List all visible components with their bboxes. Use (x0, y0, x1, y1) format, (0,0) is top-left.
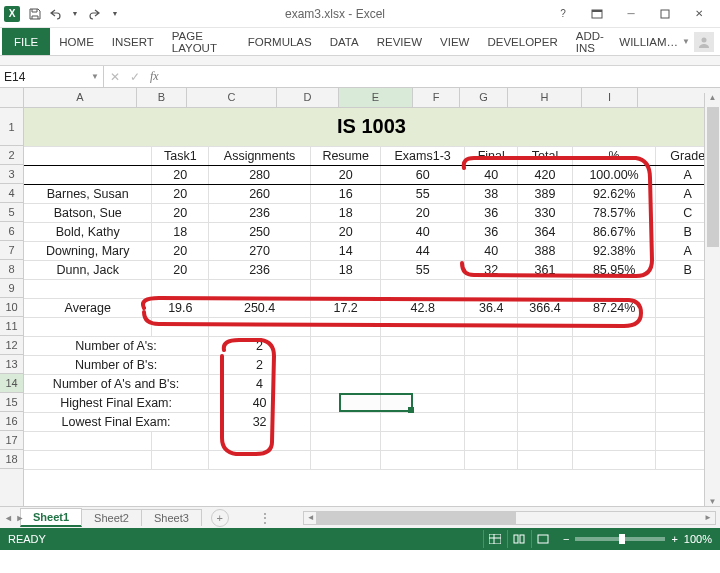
row-header[interactable]: 18 (0, 450, 23, 469)
normal-view-icon[interactable] (483, 530, 507, 548)
col-header-g[interactable]: G (460, 88, 508, 107)
qat-customize-icon[interactable]: ▼ (106, 5, 124, 23)
select-all-corner[interactable] (0, 88, 24, 107)
col-header-e[interactable]: E (339, 88, 413, 107)
close-button[interactable]: ✕ (682, 2, 716, 26)
row-header[interactable]: 9 (0, 279, 23, 298)
tab-review[interactable]: REVIEW (368, 28, 431, 55)
tab-home[interactable]: HOME (50, 28, 103, 55)
page-break-view-icon[interactable] (531, 530, 555, 548)
ribbon-tabs: FILE HOME INSERT PAGE LAYOUT FORMULAS DA… (0, 28, 720, 56)
row-header[interactable]: 3 (0, 165, 23, 184)
header-row[interactable]: Task1AssignmentsResumeExams1-3FinalTotal… (24, 146, 720, 165)
tab-developer[interactable]: DEVELOPER (478, 28, 566, 55)
row-header[interactable]: 8 (0, 260, 23, 279)
empty-row[interactable] (24, 317, 720, 336)
row-header[interactable]: 6 (0, 222, 23, 241)
scroll-thumb[interactable] (707, 107, 719, 247)
col-header-i[interactable]: I (582, 88, 638, 107)
save-icon[interactable] (26, 5, 44, 23)
row-header[interactable]: 11 (0, 317, 23, 336)
ribbon-options-icon[interactable] (580, 2, 614, 26)
average-row[interactable]: Average19.6250.417.242.836.4366.487.24% (24, 298, 720, 317)
svg-rect-4 (489, 534, 501, 544)
title-cell[interactable]: IS 1003 (24, 108, 720, 146)
row-header[interactable]: 15 (0, 393, 23, 412)
svg-rect-1 (592, 10, 602, 12)
user-section[interactable]: WILLIAM… ▼ (619, 32, 720, 52)
col-header-c[interactable]: C (187, 88, 277, 107)
empty-row[interactable] (24, 450, 720, 469)
col-header-d[interactable]: D (277, 88, 339, 107)
max-row[interactable]: 20280206040420100.00%A (24, 165, 720, 184)
tab-view[interactable]: VIEW (431, 28, 478, 55)
col-header-a[interactable]: A (24, 88, 137, 107)
page-layout-view-icon[interactable] (507, 530, 531, 548)
row-header[interactable]: 16 (0, 412, 23, 431)
col-header-h[interactable]: H (508, 88, 582, 107)
sheet-tab-1[interactable]: Sheet1 (20, 508, 82, 527)
window-title: exam3.xlsx - Excel (124, 7, 546, 21)
col-header-f[interactable]: F (413, 88, 460, 107)
stat-row[interactable]: Number of B's:2 (24, 355, 720, 374)
chevron-down-icon[interactable]: ▼ (91, 72, 99, 81)
sheet-tab-2[interactable]: Sheet2 (81, 509, 142, 526)
cell-area[interactable]: IS 1003 Task1AssignmentsResumeExams1-3Fi… (24, 108, 720, 506)
svg-rect-8 (520, 535, 524, 543)
row-header[interactable]: 4 (0, 184, 23, 203)
student-row[interactable]: Downing, Mary2027014444038892.38%A (24, 241, 720, 260)
row-header[interactable]: 1 (0, 108, 23, 146)
row-header[interactable]: 14 (0, 374, 23, 393)
title-bar: X ▼ ▼ exam3.xlsx - Excel ? ─ ✕ (0, 0, 720, 28)
redo-icon[interactable] (86, 5, 104, 23)
empty-row[interactable] (24, 431, 720, 450)
row-header[interactable]: 10 (0, 298, 23, 317)
undo-dropdown-icon[interactable]: ▼ (66, 5, 84, 23)
add-sheet-button[interactable]: + (211, 509, 229, 527)
stat-row[interactable]: Lowest Final Exam:32 (24, 412, 720, 431)
enter-icon[interactable]: ✓ (130, 70, 140, 84)
student-row[interactable]: Barnes, Susan2026016553838992.62%A (24, 184, 720, 203)
svg-point-3 (702, 37, 707, 42)
sheet-more-icon[interactable]: ⋮ (259, 511, 273, 525)
avatar[interactable] (694, 32, 714, 52)
tab-page-layout[interactable]: PAGE LAYOUT (163, 28, 239, 55)
student-row[interactable]: Dunn, Jack2023618553236185.95%B (24, 260, 720, 279)
scroll-right-icon[interactable]: ► (701, 513, 715, 522)
undo-icon[interactable] (46, 5, 64, 23)
scroll-up-icon[interactable]: ▲ (705, 93, 720, 107)
col-header-b[interactable]: B (137, 88, 187, 107)
row-header[interactable]: 17 (0, 431, 23, 450)
student-row[interactable]: Bold, Kathy1825020403636486.67%B (24, 222, 720, 241)
student-row[interactable]: Batson, Sue2023618203633078.57%C (24, 203, 720, 222)
row-header[interactable]: 13 (0, 355, 23, 374)
tab-file[interactable]: FILE (2, 28, 50, 55)
vertical-scrollbar[interactable]: ▲ ▼ (704, 93, 720, 511)
sheet-nav[interactable]: ◄ ► (4, 513, 24, 523)
minimize-button[interactable]: ─ (614, 2, 648, 26)
stat-row[interactable]: Highest Final Exam:40 (24, 393, 720, 412)
name-box[interactable]: E14 ▼ (0, 66, 104, 87)
tab-formulas[interactable]: FORMULAS (239, 28, 321, 55)
zoom-in-button[interactable]: + (671, 533, 677, 545)
tab-data[interactable]: DATA (321, 28, 368, 55)
zoom-slider[interactable] (575, 537, 665, 541)
empty-row[interactable] (24, 279, 720, 298)
row-header[interactable]: 2 (0, 146, 23, 165)
scroll-thumb[interactable] (316, 512, 516, 524)
stat-row[interactable]: Number of A's:2 (24, 336, 720, 355)
row-header[interactable]: 5 (0, 203, 23, 222)
help-icon[interactable]: ? (546, 2, 580, 26)
row-header[interactable]: 12 (0, 336, 23, 355)
zoom-level[interactable]: 100% (684, 533, 712, 545)
tab-insert[interactable]: INSERT (103, 28, 163, 55)
maximize-button[interactable] (648, 2, 682, 26)
row-header[interactable]: 7 (0, 241, 23, 260)
stat-row[interactable]: Number of A's and B's:4 (24, 374, 720, 393)
cancel-icon[interactable]: ✕ (110, 70, 120, 84)
fx-icon[interactable]: fx (150, 69, 159, 84)
tab-add-ins[interactable]: ADD-INS (567, 28, 620, 55)
sheet-tab-3[interactable]: Sheet3 (141, 509, 202, 526)
horizontal-scrollbar[interactable]: ◄ ► (303, 511, 716, 525)
zoom-out-button[interactable]: − (563, 533, 569, 545)
